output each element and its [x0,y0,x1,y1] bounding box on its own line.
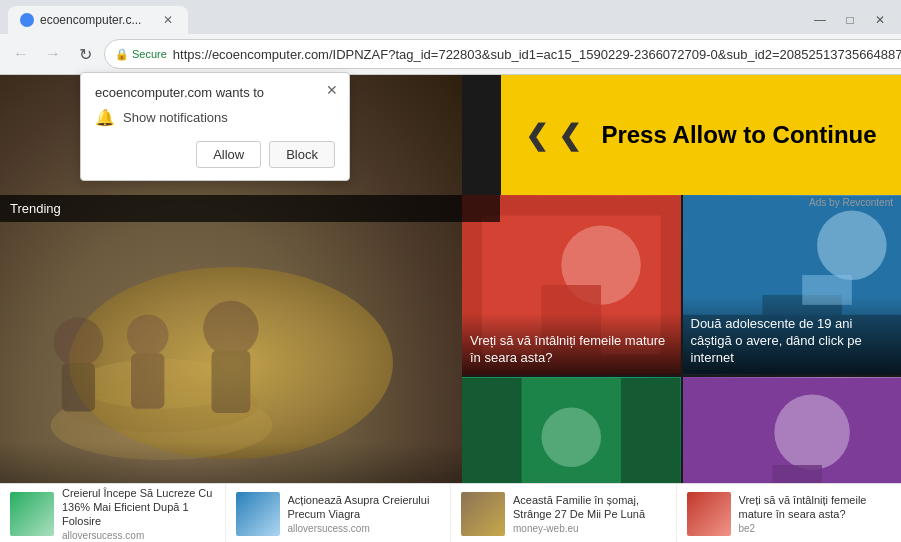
tab-bar: ecoencomputer.c... ✕ — □ ✕ [0,0,901,34]
forward-button[interactable]: → [40,41,66,67]
thumb-caption-0: Vreți să vă întâlniți femeile mature în … [462,313,681,375]
bottom-item-1[interactable]: Acționează Asupra Creierului Precum Viag… [226,484,452,542]
window-controls: — □ ✕ [807,7,893,33]
url-text: https://ecoencomputer.com/IDPNZAF?tag_id… [173,47,901,62]
bell-icon: 🔔 [95,108,115,127]
svg-point-20 [541,407,601,467]
arrow-left-2-icon: ❮ [558,119,581,152]
lock-icon: 🔒 [115,48,129,61]
minimize-button[interactable]: — [807,7,833,33]
bottom-thumb-img-2 [461,492,505,536]
arrow-left-1-icon: ❮ [525,119,548,152]
popup-buttons: Allow Block [95,141,335,168]
thumb-item-0[interactable]: Vreți să vă întâlniți femeile mature în … [462,195,681,375]
bottom-text-0: Creierul Începe Să Lucreze Cu 136% Mai E… [62,486,215,542]
tab-title: ecoencomputer.c... [40,13,156,27]
secure-badge: 🔒 Secure [115,48,167,61]
ads-label: Ads by Revcontent [809,197,893,208]
browser-tab[interactable]: ecoencomputer.c... ✕ [8,6,188,34]
svg-point-5 [127,314,169,356]
back-button[interactable]: ← [8,41,34,67]
bottom-thumb-img-3 [687,492,731,536]
bottom-title-0: Creierul Începe Să Lucreze Cu 136% Mai E… [62,486,215,529]
bottom-thumb-img-0 [10,492,54,536]
popup-title: ecoencomputer.com wants to [95,85,335,100]
svg-point-24 [774,394,849,469]
permission-text: Show notifications [123,110,228,125]
yellow-banner: ❮ ❮ Press Allow to Continue [501,75,901,195]
svg-point-15 [817,211,887,281]
bottom-item-0[interactable]: Creierul Începe Să Lucreze Cu 136% Mai E… [0,484,226,542]
bottom-thumb-3 [687,492,731,536]
svg-point-3 [54,317,104,367]
popup-close-button[interactable]: ✕ [323,81,341,99]
bottom-strip: Creierul Începe Să Lucreze Cu 136% Mai E… [0,483,901,542]
allow-button[interactable]: Allow [196,141,261,168]
close-button[interactable]: ✕ [867,7,893,33]
trending-bar: Trending [0,195,500,222]
bottom-source-1: alloversucess.com [288,523,441,534]
bottom-thumb-1 [236,492,280,536]
svg-rect-6 [131,353,164,408]
bottom-thumb-img-1 [236,492,280,536]
reload-button[interactable]: ↻ [72,41,98,67]
trending-label: Trending [10,201,61,216]
tab-favicon [20,13,34,27]
bottom-text-1: Acționează Asupra Creierului Precum Viag… [288,493,441,535]
bottom-text-3: Vreți să vă întâlniți femeile mature în … [739,493,892,535]
bottom-source-2: money-web.eu [513,523,666,534]
notification-popup: ✕ ecoencomputer.com wants to 🔔 Show noti… [80,72,350,181]
bottom-text-2: Această Familie în șomaj, Strânge 27 De … [513,493,666,535]
bottom-item-3[interactable]: Vreți să vă întâlniți femeile mature în … [677,484,902,542]
banner-arrows: ❮ ❮ [525,119,581,152]
url-bar[interactable]: 🔒 Secure https://ecoencomputer.com/IDPNZ… [104,39,901,69]
bottom-title-1: Acționează Asupra Creierului Precum Viag… [288,493,441,522]
permission-row: 🔔 Show notifications [95,108,335,127]
secure-label: Secure [132,48,167,60]
svg-rect-8 [212,351,251,413]
bottom-item-2[interactable]: Această Familie în șomaj, Strânge 27 De … [451,484,677,542]
bottom-source-0: alloversucess.com [62,530,215,541]
bottom-thumb-0 [10,492,54,536]
bottom-source-3: be2 [739,523,892,534]
svg-point-7 [203,301,258,356]
maximize-button[interactable]: □ [837,7,863,33]
bottom-title-2: Această Familie în șomaj, Strânge 27 De … [513,493,666,522]
press-allow-text: Press Allow to Continue [601,121,876,149]
address-bar: ← → ↻ 🔒 Secure https://ecoencomputer.com… [0,34,901,74]
tab-close-button[interactable]: ✕ [160,12,176,28]
thumb-item-1[interactable]: Două adolescente de 19 ani câștigă o ave… [683,195,902,375]
thumb-caption-1: Două adolescente de 19 ani câștigă o ave… [683,296,902,375]
bottom-title-3: Vreți să vă întâlniți femeile mature în … [739,493,892,522]
bottom-thumb-2 [461,492,505,536]
svg-rect-4 [62,363,95,412]
browser-chrome: ecoencomputer.c... ✕ — □ ✕ ← → ↻ 🔒 Secur… [0,0,901,75]
block-button[interactable]: Block [269,141,335,168]
